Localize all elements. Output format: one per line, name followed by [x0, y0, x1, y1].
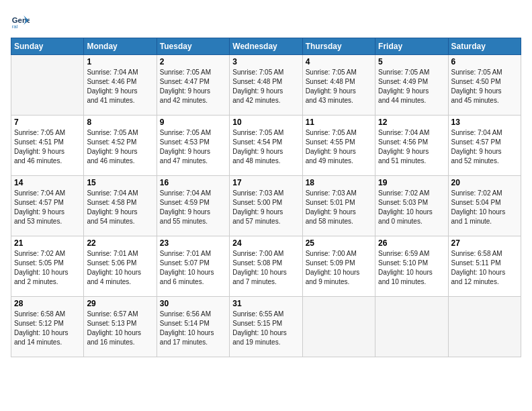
- page-header: Gene ral: [11, 11, 521, 30]
- day-number: 12: [378, 118, 445, 127]
- day-cell: 29Sunrise: 6:57 AMSunset: 5:13 PMDayligh…: [84, 297, 157, 357]
- day-cell: 7Sunrise: 7:05 AMSunset: 4:51 PMDaylight…: [11, 116, 84, 176]
- day-number: 18: [306, 178, 372, 187]
- day-number: 11: [306, 118, 372, 127]
- dow-header-monday: Monday: [84, 38, 157, 55]
- day-cell: 24Sunrise: 7:00 AMSunset: 5:08 PMDayligh…: [230, 236, 302, 297]
- day-cell: 30Sunrise: 6:56 AMSunset: 5:14 PMDayligh…: [157, 297, 229, 357]
- day-cell: 25Sunrise: 7:00 AMSunset: 5:09 PMDayligh…: [302, 236, 375, 297]
- day-number: 28: [14, 299, 81, 308]
- day-cell: 6Sunrise: 7:05 AMSunset: 4:50 PMDaylight…: [448, 55, 521, 116]
- dow-header-friday: Friday: [375, 38, 448, 55]
- day-number: 7: [14, 118, 81, 127]
- day-info: Sunrise: 6:59 AMSunset: 5:10 PMDaylight:…: [378, 249, 445, 287]
- day-cell: 16Sunrise: 7:04 AMSunset: 4:59 PMDayligh…: [157, 176, 229, 236]
- day-number: 22: [87, 238, 153, 248]
- day-info: Sunrise: 7:05 AMSunset: 4:51 PMDaylight:…: [14, 128, 81, 166]
- day-cell: 13Sunrise: 7:04 AMSunset: 4:57 PMDayligh…: [448, 116, 521, 176]
- day-number: 27: [451, 238, 518, 248]
- day-cell: 10Sunrise: 7:05 AMSunset: 4:54 PMDayligh…: [230, 116, 302, 176]
- day-number: 14: [14, 178, 81, 187]
- day-number: 31: [232, 299, 299, 308]
- day-info: Sunrise: 7:05 AMSunset: 4:47 PMDaylight:…: [160, 68, 226, 105]
- day-info: Sunrise: 7:03 AMSunset: 5:01 PMDaylight:…: [306, 189, 372, 226]
- day-info: Sunrise: 6:57 AMSunset: 5:13 PMDaylight:…: [87, 310, 153, 347]
- day-cell: 28Sunrise: 6:58 AMSunset: 5:12 PMDayligh…: [11, 297, 84, 357]
- day-cell: [302, 297, 375, 357]
- day-number: 6: [451, 57, 518, 66]
- day-cell: 15Sunrise: 7:04 AMSunset: 4:58 PMDayligh…: [84, 176, 157, 236]
- dow-header-thursday: Thursday: [302, 38, 375, 55]
- day-cell: 22Sunrise: 7:01 AMSunset: 5:06 PMDayligh…: [84, 236, 157, 297]
- day-number: 25: [306, 238, 372, 248]
- day-number: 8: [87, 118, 153, 127]
- svg-text:ral: ral: [12, 24, 18, 30]
- day-cell: 20Sunrise: 7:02 AMSunset: 5:04 PMDayligh…: [448, 176, 521, 236]
- day-cell: [448, 297, 521, 357]
- week-row-1: 1Sunrise: 7:04 AMSunset: 4:46 PMDaylight…: [11, 55, 521, 116]
- day-cell: 27Sunrise: 6:58 AMSunset: 5:11 PMDayligh…: [448, 236, 521, 297]
- day-number: 4: [306, 57, 372, 66]
- day-info: Sunrise: 7:01 AMSunset: 5:07 PMDaylight:…: [160, 249, 226, 287]
- dow-header-saturday: Saturday: [448, 38, 521, 55]
- logo: Gene ral: [11, 11, 32, 30]
- day-cell: 19Sunrise: 7:02 AMSunset: 5:03 PMDayligh…: [375, 176, 448, 236]
- day-cell: 11Sunrise: 7:05 AMSunset: 4:55 PMDayligh…: [302, 116, 375, 176]
- day-info: Sunrise: 7:04 AMSunset: 4:57 PMDaylight:…: [451, 128, 518, 166]
- week-row-3: 14Sunrise: 7:04 AMSunset: 4:57 PMDayligh…: [11, 176, 521, 236]
- day-info: Sunrise: 6:58 AMSunset: 5:11 PMDaylight:…: [451, 249, 518, 287]
- day-cell: 21Sunrise: 7:02 AMSunset: 5:05 PMDayligh…: [11, 236, 84, 297]
- day-number: 9: [160, 118, 226, 127]
- day-info: Sunrise: 7:02 AMSunset: 5:04 PMDaylight:…: [451, 189, 518, 226]
- days-of-week-row: SundayMondayTuesdayWednesdayThursdayFrid…: [11, 38, 521, 55]
- day-cell: 18Sunrise: 7:03 AMSunset: 5:01 PMDayligh…: [302, 176, 375, 236]
- day-number: 2: [160, 57, 226, 66]
- week-row-2: 7Sunrise: 7:05 AMSunset: 4:51 PMDaylight…: [11, 116, 521, 176]
- week-row-5: 28Sunrise: 6:58 AMSunset: 5:12 PMDayligh…: [11, 297, 521, 357]
- day-info: Sunrise: 7:01 AMSunset: 5:06 PMDaylight:…: [87, 249, 153, 287]
- day-info: Sunrise: 6:56 AMSunset: 5:14 PMDaylight:…: [160, 310, 226, 347]
- day-number: 5: [378, 57, 445, 66]
- dow-header-sunday: Sunday: [11, 38, 84, 55]
- day-number: 15: [87, 178, 153, 187]
- day-number: 24: [232, 238, 299, 248]
- dow-header-tuesday: Tuesday: [157, 38, 229, 55]
- day-number: 19: [378, 178, 445, 187]
- logo-icon: Gene ral: [11, 11, 30, 30]
- day-info: Sunrise: 7:04 AMSunset: 4:57 PMDaylight:…: [14, 189, 81, 226]
- day-cell: 4Sunrise: 7:05 AMSunset: 4:48 PMDaylight…: [302, 55, 375, 116]
- day-info: Sunrise: 7:03 AMSunset: 5:00 PMDaylight:…: [232, 189, 299, 226]
- day-number: 10: [232, 118, 299, 127]
- day-info: Sunrise: 7:05 AMSunset: 4:53 PMDaylight:…: [160, 128, 226, 166]
- day-info: Sunrise: 7:05 AMSunset: 4:54 PMDaylight:…: [232, 128, 299, 166]
- day-info: Sunrise: 7:05 AMSunset: 4:55 PMDaylight:…: [306, 128, 372, 166]
- day-info: Sunrise: 6:55 AMSunset: 5:15 PMDaylight:…: [232, 310, 299, 347]
- day-number: 30: [160, 299, 226, 308]
- day-info: Sunrise: 7:04 AMSunset: 4:58 PMDaylight:…: [87, 189, 153, 226]
- day-info: Sunrise: 7:00 AMSunset: 5:08 PMDaylight:…: [232, 249, 299, 287]
- calendar-body: 1Sunrise: 7:04 AMSunset: 4:46 PMDaylight…: [11, 55, 521, 357]
- day-info: Sunrise: 7:05 AMSunset: 4:48 PMDaylight:…: [232, 68, 299, 105]
- day-info: Sunrise: 7:00 AMSunset: 5:09 PMDaylight:…: [306, 249, 372, 287]
- day-number: 3: [232, 57, 299, 66]
- dow-header-wednesday: Wednesday: [230, 38, 302, 55]
- calendar-table: SundayMondayTuesdayWednesdayThursdayFrid…: [11, 38, 521, 357]
- day-cell: 2Sunrise: 7:05 AMSunset: 4:47 PMDaylight…: [157, 55, 229, 116]
- day-info: Sunrise: 7:04 AMSunset: 4:56 PMDaylight:…: [378, 128, 445, 166]
- day-cell: 12Sunrise: 7:04 AMSunset: 4:56 PMDayligh…: [375, 116, 448, 176]
- day-cell: 8Sunrise: 7:05 AMSunset: 4:52 PMDaylight…: [84, 116, 157, 176]
- week-row-4: 21Sunrise: 7:02 AMSunset: 5:05 PMDayligh…: [11, 236, 521, 297]
- day-number: 29: [87, 299, 153, 308]
- day-info: Sunrise: 7:02 AMSunset: 5:05 PMDaylight:…: [14, 249, 81, 287]
- day-number: 20: [451, 178, 518, 187]
- day-cell: 3Sunrise: 7:05 AMSunset: 4:48 PMDaylight…: [230, 55, 302, 116]
- day-number: 16: [160, 178, 226, 187]
- day-number: 17: [232, 178, 299, 187]
- day-info: Sunrise: 7:05 AMSunset: 4:52 PMDaylight:…: [87, 128, 153, 166]
- day-cell: 5Sunrise: 7:05 AMSunset: 4:49 PMDaylight…: [375, 55, 448, 116]
- day-info: Sunrise: 7:05 AMSunset: 4:49 PMDaylight:…: [378, 68, 445, 105]
- day-info: Sunrise: 6:58 AMSunset: 5:12 PMDaylight:…: [14, 310, 81, 347]
- day-cell: 9Sunrise: 7:05 AMSunset: 4:53 PMDaylight…: [157, 116, 229, 176]
- day-info: Sunrise: 7:04 AMSunset: 4:59 PMDaylight:…: [160, 189, 226, 226]
- day-number: 1: [87, 57, 153, 66]
